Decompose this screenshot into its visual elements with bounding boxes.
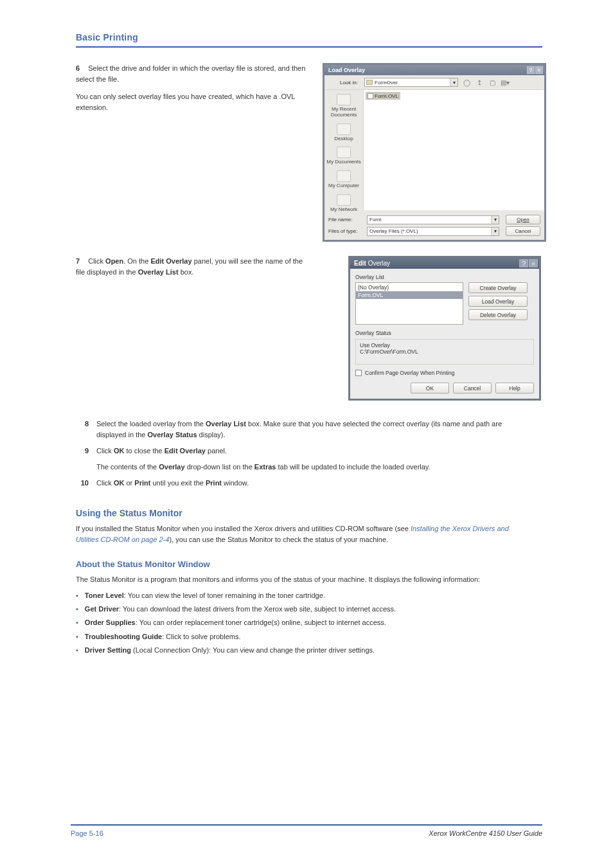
- place-mycomputer-label: My Computer: [328, 183, 359, 189]
- b2-label: Order Supplies: [85, 619, 136, 626]
- recent-icon: [337, 94, 351, 105]
- bullet-icon: •: [76, 604, 78, 615]
- dialog2-title-rest: Overlay: [366, 260, 390, 267]
- page-title: Basic Printing: [76, 32, 542, 42]
- place-desktop-label: Desktop: [334, 136, 353, 142]
- s9-pb: drop-down list on the: [185, 463, 254, 471]
- lookin-label: Look in:: [328, 80, 360, 86]
- place-mydocs[interactable]: My Documents: [326, 147, 360, 165]
- overlay-status-box: Use Overlay C:\FormOver\Form.OVL: [355, 339, 534, 365]
- s8-status: Overlay Status: [148, 431, 197, 439]
- step-7-d: box.: [179, 268, 194, 276]
- s10-c: until you exit the: [150, 479, 206, 487]
- bullet-icon: •: [76, 590, 78, 601]
- dialog2-title-bold: Edit: [354, 260, 366, 267]
- lookin-value: FormOver: [375, 80, 398, 86]
- b1-label: Get Driver: [85, 605, 119, 613]
- overlay-listbox[interactable]: (No Overlay) Form.OVL: [355, 282, 463, 325]
- load-overlay-dialog: Load Overlay ? × Look in: FormOver ▾ ◯ ↥: [323, 63, 546, 242]
- open-button[interactable]: Open: [506, 215, 540, 224]
- s10-a: Click: [96, 479, 114, 487]
- dialog-titlebar: Load Overlay ? ×: [324, 65, 544, 75]
- place-mycomputer[interactable]: My Computer: [328, 170, 359, 189]
- b0-label: Toner Level: [85, 592, 124, 599]
- back-icon[interactable]: ◯: [462, 78, 471, 87]
- cancel-button[interactable]: Cancel: [506, 226, 540, 236]
- b2-text: : You can order replacement toner cartri…: [136, 619, 386, 626]
- s9-a: Click: [96, 447, 114, 455]
- ok-button[interactable]: OK: [411, 383, 449, 393]
- step-10: 10 Click OK or Print until you exit the …: [76, 478, 513, 489]
- s8-a: Select the loaded overlay from the: [96, 420, 206, 428]
- close-button[interactable]: ×: [535, 66, 543, 74]
- s9-panel: Edit Overlay: [164, 447, 206, 455]
- s10-d: window.: [222, 479, 249, 487]
- confirm-checkbox-label: Confirm Page Overlay When Printing: [365, 370, 454, 376]
- cancel-button-2[interactable]: Cancel: [453, 383, 492, 393]
- b3-text: : Click to solve problems.: [162, 633, 240, 640]
- file-icon: [368, 93, 373, 99]
- up-icon[interactable]: ↥: [475, 78, 484, 87]
- create-overlay-button[interactable]: Create Overlay: [468, 282, 528, 293]
- confirm-checkbox-row[interactable]: Confirm Page Overlay When Printing: [355, 370, 534, 376]
- list-item: • Driver Setting (Local Connection Only)…: [76, 645, 513, 656]
- lookin-combo[interactable]: FormOver ▾: [364, 78, 458, 87]
- checkbox-icon[interactable]: [355, 370, 362, 376]
- filename-value: Form: [369, 217, 382, 222]
- subsection-heading: About the Status Monitor Window: [76, 559, 542, 569]
- list-item-form[interactable]: Form.OVL: [356, 291, 463, 299]
- step-8-number: 8: [76, 419, 89, 440]
- chevron-down-icon[interactable]: ▾: [450, 78, 458, 86]
- place-desktop[interactable]: Desktop: [334, 123, 353, 142]
- load-overlay-button[interactable]: Load Overlay: [468, 296, 528, 307]
- place-network[interactable]: My Network: [330, 194, 357, 213]
- place-recent[interactable]: My Recent Documents: [324, 94, 363, 118]
- step-6-number: 6: [76, 64, 80, 72]
- s9-tab: Extras: [254, 463, 276, 471]
- filetype-chevron-icon[interactable]: ▾: [491, 228, 499, 235]
- close-button-2[interactable]: ×: [529, 259, 538, 267]
- help-button-dlg2[interactable]: Help: [495, 383, 534, 393]
- list-item: • Order Supplies: You can order replacem…: [76, 617, 513, 628]
- views-icon[interactable]: ▤▾: [501, 78, 510, 87]
- filename-label: File name:: [328, 217, 360, 222]
- list-item: • Get Driver: You can download the lates…: [76, 604, 513, 615]
- steps-container: 6 Select the drive and folder in which t…: [76, 63, 542, 401]
- s9-b: to close the: [124, 447, 164, 455]
- step-7-figure: Edit Overlay ? × Overlay List (No Overla…: [323, 256, 542, 401]
- place-recent-label: My Recent Documents: [324, 107, 363, 118]
- newfolder-icon[interactable]: ▢: [488, 78, 497, 87]
- documents-icon: [337, 147, 351, 158]
- file-list-area[interactable]: Form.OVL: [363, 90, 544, 210]
- filename-chevron-icon[interactable]: ▾: [491, 216, 499, 224]
- place-mydocs-label: My Documents: [326, 159, 360, 165]
- s8-c: display).: [197, 431, 226, 439]
- s10-dlg: Print: [206, 479, 222, 487]
- list-item-no-overlay[interactable]: (No Overlay): [356, 284, 463, 291]
- s10-b: or: [124, 479, 134, 487]
- bullet-icon: •: [76, 617, 78, 628]
- step-7-btn: Open: [105, 257, 123, 265]
- info-list: • Toner Level: You can view the level of…: [76, 590, 542, 655]
- step-9: 9 Click OK to close the Edit Overlay pan…: [76, 446, 513, 473]
- overlay-list-label: Overlay List: [355, 274, 534, 280]
- filetype-field[interactable]: Overlay Files (*.OVL) ▾: [367, 227, 499, 236]
- intro-a: If you installed the Status Monitor when…: [76, 525, 411, 532]
- section-heading: Using the Status Monitor: [76, 508, 542, 518]
- section-intro: If you installed the Status Monitor when…: [76, 523, 513, 545]
- filename-field[interactable]: Form ▾: [367, 215, 499, 224]
- status-line2: C:\FormOver\Form.OVL: [360, 348, 529, 355]
- footer-right: Xerox WorkCentre 4150 User Guide: [429, 829, 542, 837]
- b1-text: : You can download the latest drivers fr…: [119, 605, 396, 613]
- help-button-2[interactable]: ?: [519, 259, 528, 267]
- overlay-status-label: Overlay Status: [355, 330, 534, 336]
- filetype-value: Overlay Files (*.OVL): [369, 228, 418, 234]
- list-item: • Troubleshooting Guide: Click to solve …: [76, 631, 513, 642]
- footer-left: Page 5-16: [71, 829, 103, 837]
- help-button[interactable]: ?: [527, 66, 535, 74]
- step-7-text: 7 Click Open. On the Edit Overlay panel,…: [76, 256, 307, 278]
- s8-list: Overlay List: [206, 420, 246, 428]
- b0-text: : You can view the level of toner remain…: [124, 592, 325, 599]
- delete-overlay-button[interactable]: Delete Overlay: [468, 309, 528, 320]
- file-item[interactable]: Form.OVL: [366, 92, 400, 100]
